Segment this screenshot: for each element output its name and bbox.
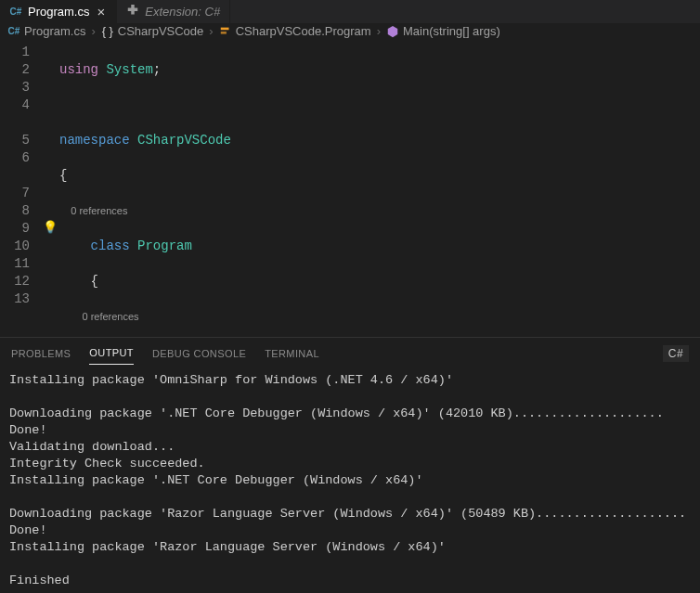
svg-rect-0 xyxy=(220,27,228,30)
chevron-right-icon: › xyxy=(207,24,214,38)
breadcrumb-label: CSharpVSCode.Program xyxy=(236,24,371,38)
chevron-right-icon: › xyxy=(89,24,97,38)
output-content[interactable]: Installing package 'OmniSharp for Window… xyxy=(0,368,700,593)
tab-label: Program.cs xyxy=(28,5,89,19)
close-icon[interactable]: × xyxy=(95,4,107,19)
breadcrumb-label: Program.cs xyxy=(24,24,85,38)
extension-icon xyxy=(126,4,139,19)
codelens-references[interactable]: 0 references xyxy=(82,311,138,322)
tab-debug-console[interactable]: DEBUG CONSOLE xyxy=(152,342,246,365)
tab-program-cs[interactable]: C# Program.cs × xyxy=(0,0,117,23)
code-editor[interactable]: 1 2 3 4 5 6 7 8 9 10 11 12 13 💡 using Sy… xyxy=(0,40,700,337)
breadcrumb-label: Main(string[] args) xyxy=(403,24,500,38)
csharp-icon: C# xyxy=(9,5,22,18)
class-icon xyxy=(219,25,232,38)
tab-terminal[interactable]: TERMINAL xyxy=(265,342,319,365)
method-icon xyxy=(386,25,399,38)
tab-problems[interactable]: PROBLEMS xyxy=(11,342,71,365)
code-content[interactable]: using System; namespace CSharpVSCode { 0… xyxy=(59,44,700,337)
tab-label: Extension: C# xyxy=(145,5,220,19)
breadcrumb-file[interactable]: C# Program.cs xyxy=(7,24,85,38)
breadcrumb: C# Program.cs › { } CSharpVSCode › CShar… xyxy=(0,23,700,40)
line-number-gutter: 1 2 3 4 5 6 7 8 9 10 11 12 13 xyxy=(0,44,43,337)
editor-tabs-bar: C# Program.cs × Extension: C# xyxy=(0,0,700,23)
chevron-right-icon: › xyxy=(375,24,382,38)
breadcrumb-namespace[interactable]: { } CSharpVSCode xyxy=(101,24,204,38)
codelens-references[interactable]: 0 references xyxy=(71,205,127,216)
tab-output[interactable]: OUTPUT xyxy=(89,342,134,365)
lightbulb-icon[interactable]: 💡 xyxy=(43,219,56,232)
braces-icon: { } xyxy=(101,25,114,38)
output-channel-selector[interactable]: C# xyxy=(663,345,689,362)
tab-extension-csharp[interactable]: Extension: C# xyxy=(117,0,230,23)
breadcrumb-label: CSharpVSCode xyxy=(118,24,204,38)
breadcrumb-method[interactable]: Main(string[] args) xyxy=(386,24,500,38)
bottom-panel: PROBLEMS OUTPUT DEBUG CONSOLE TERMINAL C… xyxy=(0,337,700,593)
glyph-margin: 💡 xyxy=(43,44,59,337)
breadcrumb-class[interactable]: CSharpVSCode.Program xyxy=(219,24,371,38)
svg-rect-1 xyxy=(220,32,226,34)
csharp-icon: C# xyxy=(7,25,20,38)
panel-tabs: PROBLEMS OUTPUT DEBUG CONSOLE TERMINAL C… xyxy=(0,338,700,368)
